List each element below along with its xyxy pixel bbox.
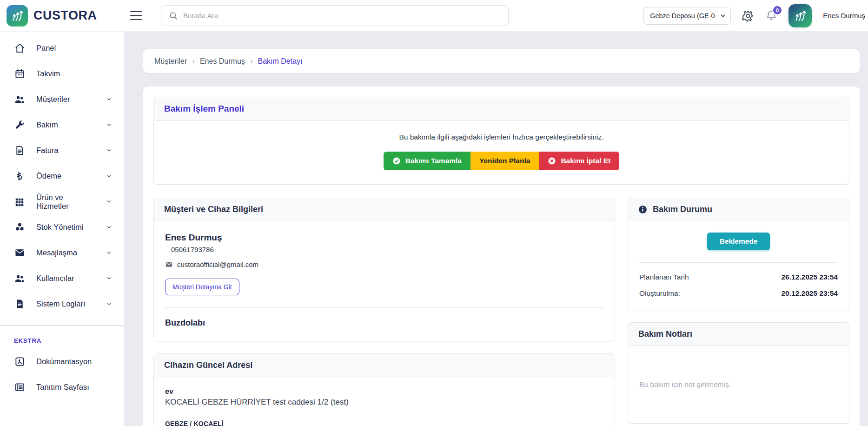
calendar-icon xyxy=(14,68,25,79)
mail-icon xyxy=(14,247,25,258)
sidebar-item-odeme[interactable]: Ödeme xyxy=(0,163,124,189)
customer-device-title: Müşteri ve Cihaz Bilgileri xyxy=(164,205,263,214)
status-badge[interactable]: Beklemede xyxy=(707,233,770,250)
maintenance-notes-title: Bakım Notları xyxy=(638,329,692,339)
reschedule-button[interactable]: Yeniden Planla xyxy=(470,152,539,170)
device-address-card: Cihazın Güncel Adresi ev KOCAELİ GEBZE H… xyxy=(153,353,615,426)
chevron-down-icon xyxy=(106,147,112,153)
chevron-down-icon xyxy=(106,301,112,307)
user-name[interactable]: Enes Durmuş xyxy=(823,12,865,20)
invoice-icon xyxy=(14,145,25,156)
users-icon xyxy=(14,94,25,105)
sidebar-item-urun-ve-hizmetler[interactable]: Ürün ve Hizmetler xyxy=(0,189,124,214)
sidebar-item-musteriler[interactable]: Müşteriler xyxy=(0,87,124,112)
notes-empty-text: Bu bakım için not girilmemiş. xyxy=(639,380,731,389)
warehouse-select-wrap: Gebze Deposu (GE-01) xyxy=(643,7,731,25)
action-panel-header: Bakım İşlem Paneli xyxy=(154,97,849,121)
sidebar-item-dokumantasyon[interactable]: Dokümantasyon xyxy=(0,349,124,374)
customer-name: Enes Durmuş xyxy=(165,233,603,243)
chevron-down-icon xyxy=(106,96,112,102)
customer-device-card: Müşteri ve Cihaz Bilgileri Enes Durmuş 0… xyxy=(153,198,615,341)
content-wrapper: Bakım İşlem Paneli Bu bakımla ilgili aşa… xyxy=(143,87,860,426)
action-panel-title: Bakım İşlem Paneli xyxy=(164,104,244,114)
chevron-down-icon xyxy=(106,224,112,230)
avatar-logo-icon xyxy=(793,9,807,23)
device-address-header: Cihazın Güncel Adresi xyxy=(154,354,615,377)
customer-detail-button[interactable]: Müşteri Detayına Git xyxy=(165,279,239,295)
chevron-down-icon xyxy=(106,173,112,179)
brand[interactable]: CUSTORA xyxy=(0,5,125,27)
sidebar-item-mesajlasma[interactable]: Mesajlaşma xyxy=(0,240,124,266)
sidebar-item-tanitim-sayfasi[interactable]: Tanıtım Sayfası xyxy=(0,374,124,400)
sidebar-item-fatura[interactable]: Fatura xyxy=(0,138,124,163)
settings-button[interactable] xyxy=(742,10,754,22)
chevron-down-icon xyxy=(106,199,112,205)
maintenance-status-title: Bakım Durumu xyxy=(653,205,712,214)
wrench-icon xyxy=(14,120,25,130)
brand-logo-icon xyxy=(7,5,28,27)
breadcrumb-musteriler[interactable]: Müşteriler xyxy=(154,57,187,66)
sidebar-item-panel[interactable]: Panel xyxy=(0,35,124,61)
sidebar-section-ekstra: EKSTRA xyxy=(0,337,124,344)
topbar: CUSTORA Gebze Deposu (GE-01) xyxy=(0,0,868,32)
main-content: Müşteriler Enes Durmuş Bakım Detayı Bakı… xyxy=(125,32,868,426)
breadcrumb-separator xyxy=(250,57,253,66)
sidebar-divider xyxy=(0,325,124,326)
breadcrumb-current: Bakım Detayı xyxy=(258,57,303,66)
home-icon xyxy=(14,43,25,53)
lira-icon xyxy=(14,171,25,181)
grid-icon xyxy=(14,197,25,207)
x-circle-icon xyxy=(548,157,556,165)
info-icon xyxy=(638,205,647,214)
cancel-maintenance-button[interactable]: Bakımı İptal Et xyxy=(539,152,619,170)
chevron-down-icon xyxy=(106,275,112,281)
maintenance-notes-card: Bakım Notları Bu bakım için not girilmem… xyxy=(628,322,849,424)
global-search[interactable] xyxy=(161,5,509,26)
planned-date-value: 26.12.2025 23:54 xyxy=(781,273,838,281)
address-district: GEBZE / KOCAELİ xyxy=(165,420,603,426)
pdf-icon xyxy=(14,356,25,367)
maintenance-notes-header: Bakım Notları xyxy=(628,323,849,346)
sidebar-item-stok-yonetimi[interactable]: Stok Yönetimi xyxy=(0,214,124,240)
address-line: KOCAELİ GEBZE HÜRRİYET test caddesi 1/2 … xyxy=(165,398,603,407)
customer-phone: 05061793786 xyxy=(165,246,603,253)
chevron-down-icon xyxy=(106,122,112,128)
menu-toggle-icon[interactable] xyxy=(130,8,146,24)
breadcrumb-enes-durmus[interactable]: Enes Durmuş xyxy=(200,57,245,66)
boxes-icon xyxy=(14,222,25,233)
breadcrumb-separator xyxy=(192,57,195,66)
divider xyxy=(165,307,603,308)
created-date-label: Oluşturulma: xyxy=(639,289,680,298)
chevron-down-icon xyxy=(106,250,112,256)
notification-count-badge: 0 xyxy=(772,5,782,15)
warehouse-select[interactable]: Gebze Deposu (GE-01) xyxy=(643,7,731,25)
planned-date-row: Planlanan Tarih 26.12.2025 23:54 xyxy=(639,273,838,281)
sidebar-item-sistem-loglari[interactable]: Sistem Logları xyxy=(0,291,124,317)
complete-maintenance-button[interactable]: Bakımı Tamamla xyxy=(384,152,470,170)
customer-email: custoraofficial@gmail.com xyxy=(177,260,258,268)
brand-name: CUSTORA xyxy=(33,8,97,23)
maintenance-status-card: Bakım Durumu Beklemede Planlanan Tarih 2… xyxy=(628,198,849,310)
check-circle-icon xyxy=(392,157,401,165)
breadcrumb: Müşteriler Enes Durmuş Bakım Detayı xyxy=(143,49,860,73)
action-panel-description: Bu bakımla ilgili aşağıdaki işlemleri hı… xyxy=(165,133,838,141)
planned-date-label: Planlanan Tarih xyxy=(639,273,689,281)
search-icon xyxy=(169,11,178,20)
log-file-icon xyxy=(14,299,25,309)
sidebar-item-takvim[interactable]: Takvim xyxy=(0,61,124,87)
envelope-icon xyxy=(165,260,173,268)
divider xyxy=(639,262,838,263)
newspaper-icon xyxy=(14,382,25,393)
device-address-title: Cihazın Güncel Adresi xyxy=(164,360,252,370)
address-label: ev xyxy=(165,387,603,396)
search-input[interactable] xyxy=(183,12,501,20)
sidebar: Panel Takvim Müşteriler Bakım Fatura Öde… xyxy=(0,32,125,426)
action-button-group: Bakımı Tamamla Yeniden Planla Bakımı İpt… xyxy=(165,152,838,170)
avatar[interactable] xyxy=(788,4,812,27)
gear-icon xyxy=(742,10,754,22)
customer-email-row: custoraofficial@gmail.com xyxy=(165,260,603,268)
users-icon xyxy=(14,273,25,284)
sidebar-item-kullanicilar[interactable]: Kullanıcılar xyxy=(0,266,124,291)
maintenance-status-header: Bakım Durumu xyxy=(628,198,849,221)
sidebar-item-bakim[interactable]: Bakım xyxy=(0,112,124,138)
